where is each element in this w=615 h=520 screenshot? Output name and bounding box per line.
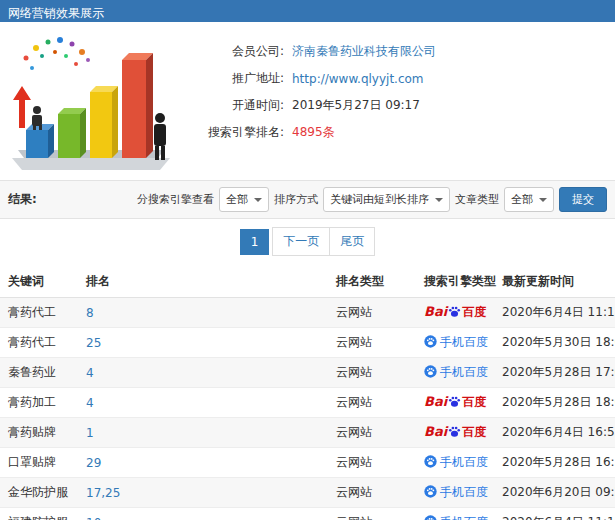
article-type-filter-label: 文章类型 [455,192,499,207]
submit-button[interactable]: 提交 [559,187,607,212]
results-table-header: 关键词 排名 排名类型 搜索引擎类型 最新更新时间 [0,266,615,298]
updated-cell: 2020年5月28日 16:55 [494,448,615,478]
rank-type-cell: 云网站 [328,358,416,388]
updated-cell: 2020年6月20日 09:25 [494,478,615,508]
baidu-paw-icon [447,395,462,409]
engine-select-value: 全部 [226,192,248,207]
rank-cell: 8 [78,298,328,328]
bar-chart-growth-image [8,30,178,172]
rank-cell: 4 [78,358,328,388]
updated-cell: 2020年5月28日 18:03 [494,388,615,418]
chevron-down-icon [254,198,262,202]
info-label: 推广地址: [192,70,284,87]
updated-cell: 2020年5月28日 17:02 [494,358,615,388]
rank-link[interactable]: 8 [86,306,94,320]
engine-cell: 手机百度 [416,358,494,388]
engine-filter-label: 分搜索引擎查看 [137,192,214,207]
keyword-cell: 福建防护服 [0,508,78,520]
info-label: 会员公司: [192,43,284,60]
rank-link[interactable]: 25 [86,336,101,350]
rank-link[interactable]: 10 [86,516,101,520]
page: 网络营销效果展示 [0,0,615,520]
engine-cell: Bai百度 [416,298,494,328]
rank-link[interactable]: 4 [86,366,94,380]
baidu-paw-icon [447,305,462,319]
rank-cell: 29 [78,448,328,478]
results-table-body: 膏药代工8云网站Bai百度2020年6月4日 11:15膏药代工25云网站手机百… [0,298,615,520]
info-row: 推广地址:http://www.qlyyjt.com [192,65,436,92]
marketing-illustration [8,30,178,172]
table-row: 口罩贴牌29云网站手机百度2020年5月28日 16:55 [0,448,615,478]
info-value: 4895条 [292,124,335,141]
mobile-baidu-icon [424,515,440,520]
keyword-cell: 膏药代工 [0,298,78,328]
article-type-select[interactable]: 全部 [504,187,554,212]
rank-type-cell: 云网站 [328,388,416,418]
rank-cell: 10 [78,508,328,520]
window-title: 网络营销效果展示 [0,0,615,22]
col-header-keyword: 关键词 [0,266,78,298]
keyword-cell: 膏药加工 [0,388,78,418]
engine-cell: 手机百度 [416,448,494,478]
chevron-down-icon [435,198,443,202]
mobile-baidu-icon [424,485,440,499]
member-summary: 会员公司:济南秦鲁药业科技有限公司推广地址:http://www.qlyyjt.… [0,22,615,180]
pagination: 1 下一页 尾页 [0,219,615,266]
rank-cell: 1 [78,418,328,448]
updated-cell: 2020年5月30日 18:06 [494,328,615,358]
col-header-updated: 最新更新时间 [494,266,615,298]
next-page-button[interactable]: 下一页 [272,227,330,256]
table-row: 福建防护服10云网站手机百度2020年6月4日 11:10 [0,508,615,520]
engine-cell: 手机百度 [416,508,494,520]
info-row: 会员公司:济南秦鲁药业科技有限公司 [192,38,436,65]
table-row: 膏药加工4云网站Bai百度2020年5月28日 18:03 [0,388,615,418]
info-row: 搜索引擎排名:4895条 [192,119,436,146]
updated-cell: 2020年6月4日 16:55 [494,418,615,448]
info-value[interactable]: 济南秦鲁药业科技有限公司 [292,43,436,60]
baidu-mobile-logo: 手机百度 [424,515,488,520]
updated-cell: 2020年6月4日 11:10 [494,508,615,520]
rank-link[interactable]: 17,25 [86,486,120,500]
last-page-button[interactable]: 尾页 [329,227,375,256]
mobile-baidu-icon [424,455,440,469]
baidu-pc-logo: Bai百度 [424,305,486,319]
mobile-baidu-icon [424,365,440,379]
baidu-paw-icon [447,425,462,439]
rank-link[interactable]: 4 [86,396,94,410]
info-value[interactable]: http://www.qlyyjt.com [292,72,424,86]
mobile-baidu-icon [424,335,440,349]
keyword-cell: 秦鲁药业 [0,358,78,388]
rank-cell: 25 [78,328,328,358]
info-list: 会员公司:济南秦鲁药业科技有限公司推广地址:http://www.qlyyjt.… [192,30,436,172]
article-type-select-value: 全部 [511,192,533,207]
table-row: 秦鲁药业4云网站手机百度2020年5月28日 17:02 [0,358,615,388]
results-table: 关键词 排名 排名类型 搜索引擎类型 最新更新时间 膏药代工8云网站Bai百度2… [0,266,615,520]
table-row: 膏药代工25云网站手机百度2020年5月30日 18:06 [0,328,615,358]
keyword-cell: 膏药代工 [0,328,78,358]
engine-cell: 手机百度 [416,328,494,358]
info-label: 搜索引擎排名: [192,124,284,141]
page-number-current[interactable]: 1 [240,229,270,255]
baidu-mobile-logo: 手机百度 [424,485,488,499]
engine-cell: 手机百度 [416,478,494,508]
baidu-pc-logo: Bai百度 [424,395,486,409]
engine-select[interactable]: 全部 [219,187,269,212]
rank-type-cell: 云网站 [328,328,416,358]
sort-select[interactable]: 关键词由短到长排序 [323,187,450,212]
rank-type-cell: 云网站 [328,448,416,478]
table-row: 膏药贴牌1云网站Bai百度2020年6月4日 16:55 [0,418,615,448]
engine-cell: Bai百度 [416,418,494,448]
filter-controls: 分搜索引擎查看 全部 排序方式 关键词由短到长排序 文章类型 全部 提交 [137,187,607,212]
updated-cell: 2020年6月4日 11:15 [494,298,615,328]
confetti-dots [24,37,91,70]
sort-select-value: 关键词由短到长排序 [330,192,429,207]
info-label: 开通时间: [192,97,284,114]
engine-cell: Bai百度 [416,388,494,418]
rank-link[interactable]: 1 [86,426,94,440]
rank-type-cell: 云网站 [328,418,416,448]
baidu-pc-logo: Bai百度 [424,425,486,439]
rank-link[interactable]: 29 [86,456,101,470]
filter-bar: 结果: 分搜索引擎查看 全部 排序方式 关键词由短到长排序 文章类型 全部 提交 [0,180,615,219]
rank-type-cell: 云网站 [328,478,416,508]
baidu-mobile-logo: 手机百度 [424,365,488,379]
